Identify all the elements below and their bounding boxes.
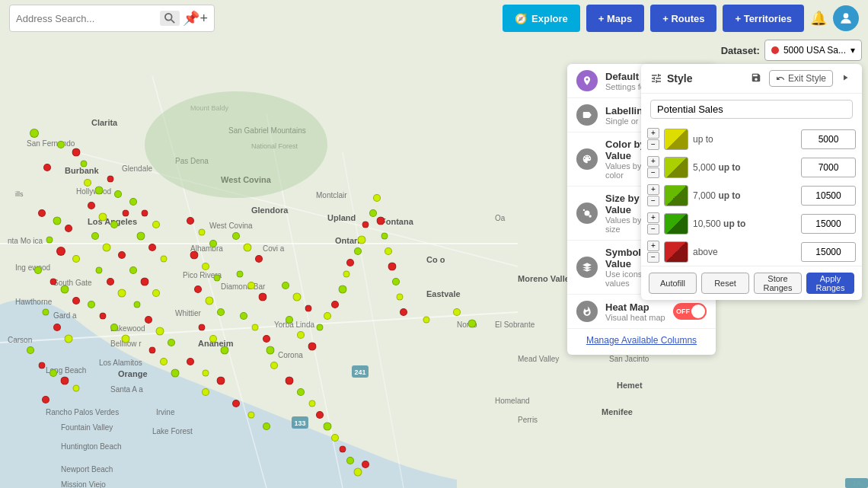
svg-text:Hollywood: Hollywood (76, 187, 111, 196)
row1-plus-button[interactable]: + (647, 128, 659, 139)
dataset-bar: Dataset: 5000 USA Sa... ▾ (721, 40, 862, 61)
svg-text:Glendora: Glendora (251, 206, 289, 215)
territories-button[interactable]: + Territories (723, 5, 804, 32)
user-avatar[interactable] (833, 5, 859, 31)
style-dropdown-row: Potential Sales (641, 94, 862, 125)
pin-icon (576, 70, 598, 91)
store-ranges-button[interactable]: Store Ranges (754, 273, 802, 294)
row4-color-swatch[interactable] (664, 213, 688, 234)
heat-map-toggle-knob (691, 305, 705, 318)
row1-minus-button[interactable]: − (647, 139, 659, 150)
svg-text:Eastvale: Eastvale (426, 289, 461, 298)
svg-text:Ing ewood: Ing ewood (15, 263, 50, 272)
svg-text:Huntington Beach: Huntington Beach (61, 442, 122, 451)
style-header-icons: Exit Style (748, 70, 853, 87)
svg-text:Whittier: Whittier (175, 309, 202, 317)
nav-buttons: 🧭 Explore + Maps + Routes + Territories … (503, 5, 859, 32)
maps-button[interactable]: + Maps (586, 5, 644, 32)
explore-icon: 🧭 (515, 13, 527, 24)
dataset-dot (771, 46, 779, 54)
row3-minus-button[interactable]: − (647, 196, 659, 206)
heat-map-text: Heat Map Visual heat map (605, 301, 665, 322)
reset-button[interactable]: Reset (701, 273, 749, 294)
svg-text:Anaheim: Anaheim (198, 339, 234, 348)
svg-text:Lake Forest: Lake Forest (152, 427, 193, 435)
row5-color-swatch[interactable] (664, 241, 688, 263)
label-icon (576, 104, 598, 126)
heat-map-title: Heat Map (605, 301, 665, 313)
row5-above-label: above (693, 247, 796, 257)
row4-value-input[interactable] (801, 214, 856, 234)
row2-minus-button[interactable]: − (647, 167, 659, 178)
exit-style-button[interactable]: Exit Style (769, 70, 833, 87)
svg-text:nta Mo ica: nta Mo ica (8, 237, 43, 245)
row5-plus-button[interactable]: + (647, 241, 659, 251)
svg-text:Perris: Perris (518, 416, 538, 424)
row5-value-input[interactable] (801, 242, 856, 262)
notifications-button[interactable]: 🔔 (810, 10, 827, 27)
svg-text:Upland: Upland (327, 213, 356, 222)
style-row-3: + − 7,000 up to (641, 181, 862, 209)
row1-up-to-label: up to (693, 134, 796, 145)
svg-text:Irvine: Irvine (156, 408, 175, 416)
save-style-button[interactable] (748, 70, 764, 87)
explore-button[interactable]: 🧭 Explore (503, 5, 580, 32)
svg-text:Corona: Corona (278, 351, 303, 359)
svg-text:Santa A a: Santa A a (110, 385, 143, 394)
svg-text:Hemet: Hemet (617, 381, 643, 390)
autofill-button[interactable]: Autofill (649, 273, 697, 294)
svg-text:Lakewood: Lakewood (110, 324, 145, 333)
row1-value-input[interactable] (801, 129, 856, 149)
row1-color-swatch[interactable] (664, 129, 688, 150)
svg-text:San Fernando: San Fernando (27, 139, 75, 148)
svg-point-75 (165, 14, 172, 21)
row3-plus-minus: + − (647, 184, 659, 206)
size-icon (576, 203, 598, 224)
svg-text:Hawthorne: Hawthorne (15, 298, 53, 306)
row2-plus-button[interactable]: + (647, 156, 659, 167)
search-box[interactable]: 📌+ (9, 5, 215, 32)
row5-minus-button[interactable]: − (647, 252, 659, 263)
heat-map-toggle[interactable]: OFF (673, 303, 707, 320)
svg-point-79 (583, 209, 585, 211)
row3-value-input[interactable] (801, 186, 856, 206)
svg-text:Gard a: Gard a (53, 311, 77, 320)
row2-value-input[interactable] (801, 158, 856, 177)
row4-minus-button[interactable]: − (647, 224, 659, 234)
collapse-panel-button[interactable] (838, 70, 853, 87)
svg-text:Co o: Co o (426, 255, 445, 264)
row2-color-swatch[interactable] (664, 157, 688, 178)
svg-text:Norco: Norco (457, 321, 477, 329)
svg-text:Newport Beach: Newport Beach (61, 465, 113, 474)
sliders-icon (650, 72, 662, 85)
svg-text:Glendale: Glendale (122, 164, 152, 173)
search-button[interactable] (160, 11, 180, 26)
svg-text:San Jacinto: San Jacinto (609, 355, 649, 363)
location-add-icon[interactable]: 📌+ (183, 10, 208, 27)
svg-text:Montclair: Montclair (316, 191, 347, 199)
svg-text:Carson: Carson (8, 336, 32, 344)
heat-map-subtitle: Visual heat map (605, 313, 665, 322)
dataset-select[interactable]: 5000 USA Sa... ▾ (764, 40, 862, 61)
row4-plus-button[interactable]: + (647, 212, 659, 223)
row3-up-to-label: 7,000 up to (693, 190, 796, 201)
style-dropdown[interactable]: Potential Sales (650, 100, 853, 119)
row3-plus-button[interactable]: + (647, 184, 659, 195)
search-input[interactable] (16, 13, 157, 24)
dataset-label: Dataset: (721, 45, 760, 56)
dataset-chevron-icon: ▾ (850, 45, 855, 56)
svg-text:ills: ills (15, 190, 24, 198)
manage-columns-link[interactable]: Manage Available Columns (567, 329, 716, 349)
heat-map-toggle-label: OFF (676, 308, 690, 315)
svg-text:Rancho Palos Verdes: Rancho Palos Verdes (46, 408, 119, 416)
svg-text:Homeland: Homeland (495, 397, 530, 405)
svg-text:Pico Rivera: Pico Rivera (183, 271, 222, 279)
svg-text:Diamond Bar: Diamond Bar (221, 282, 266, 291)
routes-button[interactable]: + Routes (650, 5, 716, 32)
row3-color-swatch[interactable] (664, 185, 688, 206)
style-row-2: + − 5,000 up to (641, 153, 862, 181)
apply-ranges-button[interactable]: Apply Ranges (806, 273, 854, 294)
svg-point-78 (585, 211, 590, 216)
svg-text:Yorba Linda: Yorba Linda (274, 321, 314, 329)
svg-point-80 (589, 215, 592, 218)
